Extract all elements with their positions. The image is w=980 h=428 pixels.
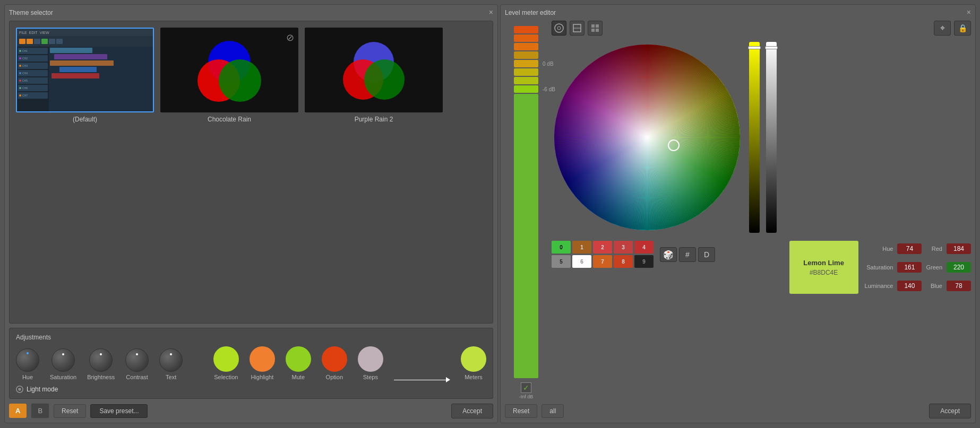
color-steps[interactable] xyxy=(358,346,383,372)
knob-text-group: Text xyxy=(159,348,183,380)
red-value-box[interactable]: 184 xyxy=(947,243,971,254)
chocolate-rain-wheel xyxy=(192,33,267,107)
tool-grayscale-btn[interactable] xyxy=(570,21,584,36)
color-option-label: Option xyxy=(326,374,343,380)
swatch-2[interactable]: 2 xyxy=(593,241,612,254)
theme-chocolate-rain-preview[interactable]: ⊘ xyxy=(160,28,298,112)
editor-reset-button[interactable]: Reset xyxy=(505,404,537,418)
brightness-slider[interactable] xyxy=(749,42,760,233)
meter-checkbox[interactable]: ✓ xyxy=(521,382,531,393)
color-wheel-svg[interactable] xyxy=(552,42,743,233)
theme-chocolate-rain[interactable]: ⊘ Cho xyxy=(160,28,298,123)
theme-selector-panel: Theme selector × Delete theme ↙ FILE EDI… xyxy=(4,4,498,423)
swatches-row-1: 0 1 2 3 4 xyxy=(552,241,654,254)
theme-default-preview[interactable]: FILE EDIT VIEW CH1 xyxy=(16,28,154,112)
swatch-9[interactable]: 9 xyxy=(634,255,654,268)
reset-button[interactable]: Reset xyxy=(54,404,86,418)
swatch-4[interactable]: 4 xyxy=(634,241,654,254)
color-selection[interactable] xyxy=(213,346,239,372)
editor-all-button[interactable]: all xyxy=(541,404,564,418)
color-mute[interactable] xyxy=(286,346,311,372)
luminance-value-box[interactable]: 140 xyxy=(897,281,922,291)
color-option[interactable] xyxy=(322,346,347,372)
svg-rect-10 xyxy=(591,24,595,28)
editor-top: 0 dB -6 dB ✓ -Inf dB xyxy=(505,21,971,399)
adjustments-panel: Adjustments Hue Saturation Brightness xyxy=(9,328,493,399)
svg-point-5 xyxy=(364,59,405,100)
value-slider-thumb[interactable] xyxy=(765,46,778,49)
color-highlight[interactable] xyxy=(250,346,275,372)
knob-contrast[interactable] xyxy=(125,348,149,372)
accept-button[interactable]: Accept xyxy=(451,404,493,418)
knob-hue-group: Hue xyxy=(16,348,39,380)
hash-button[interactable]: # xyxy=(679,247,696,262)
meter-seg-yellow2 xyxy=(514,60,538,67)
svg-point-2 xyxy=(219,59,261,102)
color-meters[interactable] xyxy=(461,346,486,372)
tool-color-wheel-btn[interactable] xyxy=(552,21,566,36)
meter-seg-green1 xyxy=(514,85,538,93)
light-mode-radio[interactable] xyxy=(16,386,23,393)
swatch-8[interactable]: 8 xyxy=(614,255,633,268)
knob-saturation-group: Saturation xyxy=(50,348,76,380)
swatch-3[interactable]: 3 xyxy=(614,241,633,254)
svg-point-6 xyxy=(555,24,563,32)
hue-value-box[interactable]: 74 xyxy=(897,243,922,254)
d-button[interactable]: D xyxy=(698,247,715,262)
preset-b-button[interactable]: B xyxy=(31,403,49,418)
knob-hue[interactable] xyxy=(16,348,39,372)
color-highlight-group: Highlight xyxy=(250,346,275,380)
tool-grid-btn[interactable] xyxy=(588,21,603,36)
svg-point-16 xyxy=(554,45,740,230)
preset-a-button[interactable]: A xyxy=(9,404,27,418)
hsl-rgb-grid: Hue 74 Red 184 Saturation 161 Green 220 … xyxy=(865,241,971,294)
color-preview-box[interactable]: Lemon Lime #B8DC4E xyxy=(789,241,858,294)
svg-rect-11 xyxy=(596,24,599,28)
theme-default[interactable]: FILE EDIT VIEW CH1 xyxy=(16,28,154,123)
luminance-label: Luminance xyxy=(865,283,893,289)
light-mode-label: Light mode xyxy=(27,386,58,393)
green-value-box[interactable]: 220 xyxy=(947,262,971,273)
theme-delete-icon[interactable]: ⊘ xyxy=(286,32,294,43)
theme-selector-close[interactable]: × xyxy=(489,8,493,16)
meter-seg-yellow3 xyxy=(514,68,538,76)
magnet-icon-btn[interactable]: ⌖ xyxy=(934,21,951,36)
swatch-5[interactable]: 5 xyxy=(552,255,571,268)
knobs-row: Hue Saturation Brightness Contrast xyxy=(16,346,486,380)
theme-purple-rain-label: Purple Rain 2 xyxy=(355,116,393,123)
knob-brightness[interactable] xyxy=(89,348,113,372)
meter-seg-yellow1 xyxy=(514,51,538,59)
theme-purple-rain[interactable]: Purple Rain 2 xyxy=(305,28,443,123)
level-meter-editor-close[interactable]: × xyxy=(967,8,971,16)
theme-purple-rain-preview[interactable] xyxy=(305,28,443,112)
wheel-and-slider-area xyxy=(552,42,971,234)
saturation-value-box[interactable]: 161 xyxy=(897,262,922,273)
knob-contrast-label: Contrast xyxy=(126,374,148,380)
blue-value-box[interactable]: 78 xyxy=(947,281,971,291)
purple-rain-wheel xyxy=(337,33,411,107)
swatch-1[interactable]: 1 xyxy=(572,241,591,254)
knob-saturation-label: Saturation xyxy=(50,374,76,380)
swatch-0[interactable]: 0 xyxy=(552,241,571,254)
color-steps-group: Steps xyxy=(358,346,383,380)
swatch-7[interactable]: 7 xyxy=(593,255,612,268)
knob-text[interactable] xyxy=(159,348,183,372)
meter-seg-yellow4 xyxy=(514,77,538,84)
color-steps-label: Steps xyxy=(363,374,378,380)
save-preset-button[interactable]: Save preset... xyxy=(90,404,148,418)
dice-button[interactable]: 🎲 xyxy=(660,247,677,262)
color-wheel-wrapper[interactable] xyxy=(552,42,743,234)
editor-accept-button[interactable]: Accept xyxy=(929,404,971,418)
level-meter-strip: 0 dB -6 dB ✓ -Inf dB xyxy=(505,21,547,399)
knob-brightness-group: Brightness xyxy=(87,348,115,380)
theme-chocolate-rain-label: Chocolate Rain xyxy=(208,116,251,123)
theme-default-label: (Default) xyxy=(73,116,97,123)
color-name-values-area: Lemon Lime #B8DC4E Hue 74 Red 184 Satura… xyxy=(789,241,971,294)
value-slider[interactable] xyxy=(766,42,777,233)
lock-icon-btn[interactable]: 🔒 xyxy=(954,21,971,36)
brightness-slider-thumb[interactable] xyxy=(748,46,761,49)
knob-saturation[interactable] xyxy=(51,348,75,372)
themes-area: FILE EDIT VIEW CH1 xyxy=(9,21,493,324)
color-editor-area: ⌖ 🔒 xyxy=(552,21,971,399)
swatch-6[interactable]: 6 xyxy=(572,255,591,268)
